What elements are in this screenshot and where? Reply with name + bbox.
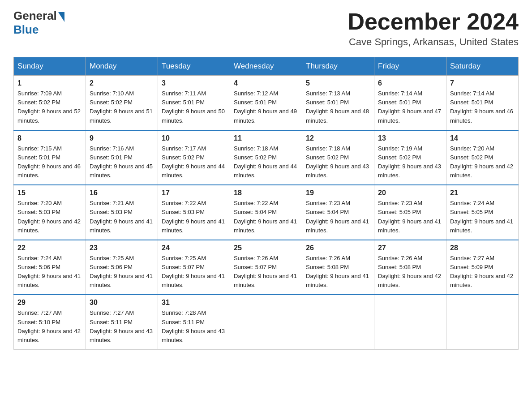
calendar-day-cell: 27 Sunrise: 7:26 AMSunset: 5:08 PMDaylig… (374, 240, 446, 295)
logo-arrow-icon (58, 12, 64, 22)
col-saturday: Saturday (446, 57, 519, 76)
calendar-day-cell: 11 Sunrise: 7:18 AMSunset: 5:02 PMDaylig… (230, 130, 302, 185)
day-number: 18 (234, 189, 298, 197)
day-info: Sunrise: 7:20 AMSunset: 5:02 PMDaylight:… (450, 145, 513, 179)
calendar-day-cell: 30 Sunrise: 7:27 AMSunset: 5:11 PMDaylig… (86, 295, 158, 349)
day-info: Sunrise: 7:22 AMSunset: 5:04 PMDaylight:… (234, 200, 297, 233)
day-number: 13 (378, 134, 442, 142)
col-sunday: Sunday (14, 57, 86, 76)
day-info: Sunrise: 7:18 AMSunset: 5:02 PMDaylight:… (306, 145, 369, 179)
calendar-week-row: 22 Sunrise: 7:24 AMSunset: 5:06 PMDaylig… (14, 240, 519, 295)
day-info: Sunrise: 7:24 AMSunset: 5:05 PMDaylight:… (450, 200, 513, 233)
col-friday: Friday (374, 57, 446, 76)
day-info: Sunrise: 7:27 AMSunset: 5:09 PMDaylight:… (450, 255, 513, 288)
calendar-day-cell: 5 Sunrise: 7:13 AMSunset: 5:01 PMDayligh… (302, 76, 374, 130)
calendar-day-cell: 17 Sunrise: 7:22 AMSunset: 5:03 PMDaylig… (158, 185, 230, 240)
calendar-day-cell: 18 Sunrise: 7:22 AMSunset: 5:04 PMDaylig… (230, 185, 302, 240)
day-number: 4 (234, 79, 298, 87)
day-number: 22 (17, 244, 82, 252)
day-info: Sunrise: 7:22 AMSunset: 5:03 PMDaylight:… (162, 200, 225, 233)
calendar-day-cell: 24 Sunrise: 7:25 AMSunset: 5:07 PMDaylig… (158, 240, 230, 295)
logo: General Blue (13, 9, 64, 37)
calendar-day-cell: 1 Sunrise: 7:09 AMSunset: 5:02 PMDayligh… (14, 76, 86, 130)
day-number: 28 (450, 244, 515, 252)
day-number: 10 (162, 134, 226, 142)
calendar-day-cell: 8 Sunrise: 7:15 AMSunset: 5:01 PMDayligh… (14, 130, 86, 185)
logo-general-text: General (13, 9, 57, 23)
day-info: Sunrise: 7:17 AMSunset: 5:02 PMDaylight:… (162, 145, 225, 179)
calendar-day-cell: 23 Sunrise: 7:25 AMSunset: 5:06 PMDaylig… (86, 240, 158, 295)
day-number: 20 (378, 189, 442, 197)
day-number: 7 (450, 79, 515, 87)
day-number: 8 (17, 134, 82, 142)
day-info: Sunrise: 7:13 AMSunset: 5:01 PMDaylight:… (306, 90, 369, 124)
calendar-week-row: 29 Sunrise: 7:27 AMSunset: 5:10 PMDaylig… (14, 295, 519, 349)
day-info: Sunrise: 7:26 AMSunset: 5:08 PMDaylight:… (378, 255, 441, 288)
day-number: 6 (378, 79, 442, 87)
calendar-day-cell: 16 Sunrise: 7:21 AMSunset: 5:03 PMDaylig… (86, 185, 158, 240)
day-number: 5 (306, 79, 370, 87)
day-number: 12 (306, 134, 370, 142)
day-info: Sunrise: 7:14 AMSunset: 5:01 PMDaylight:… (450, 90, 513, 124)
calendar-day-cell: 19 Sunrise: 7:23 AMSunset: 5:04 PMDaylig… (302, 185, 374, 240)
day-info: Sunrise: 7:27 AMSunset: 5:10 PMDaylight:… (17, 309, 81, 343)
calendar-day-cell: 13 Sunrise: 7:19 AMSunset: 5:02 PMDaylig… (374, 130, 446, 185)
day-number: 21 (450, 189, 515, 197)
day-info: Sunrise: 7:23 AMSunset: 5:04 PMDaylight:… (306, 200, 369, 233)
day-number: 30 (90, 299, 154, 307)
page-header: General Blue December 2024 Cave Springs,… (13, 9, 519, 48)
day-info: Sunrise: 7:10 AMSunset: 5:02 PMDaylight:… (90, 90, 153, 124)
day-number: 9 (90, 134, 154, 142)
day-number: 1 (17, 79, 82, 87)
day-number: 25 (234, 244, 298, 252)
day-number: 17 (162, 189, 226, 197)
day-number: 16 (90, 189, 154, 197)
col-monday: Monday (86, 57, 158, 76)
calendar-table: Sunday Monday Tuesday Wednesday Thursday… (13, 57, 519, 350)
calendar-day-cell: 26 Sunrise: 7:26 AMSunset: 5:08 PMDaylig… (302, 240, 374, 295)
day-info: Sunrise: 7:11 AMSunset: 5:01 PMDaylight:… (162, 90, 225, 124)
calendar-subtitle: Cave Springs, Arkansas, United States (348, 36, 519, 48)
day-info: Sunrise: 7:18 AMSunset: 5:02 PMDaylight:… (234, 145, 297, 179)
day-info: Sunrise: 7:28 AMSunset: 5:11 PMDaylight:… (162, 309, 225, 343)
col-thursday: Thursday (302, 57, 374, 76)
day-number: 19 (306, 189, 370, 197)
day-info: Sunrise: 7:21 AMSunset: 5:03 PMDaylight:… (90, 200, 153, 233)
calendar-day-cell: 15 Sunrise: 7:20 AMSunset: 5:03 PMDaylig… (14, 185, 86, 240)
calendar-week-row: 8 Sunrise: 7:15 AMSunset: 5:01 PMDayligh… (14, 130, 519, 185)
day-number: 27 (378, 244, 442, 252)
title-area: December 2024 Cave Springs, Arkansas, Un… (348, 9, 519, 48)
day-info: Sunrise: 7:26 AMSunset: 5:07 PMDaylight:… (234, 255, 297, 288)
calendar-day-cell: 9 Sunrise: 7:16 AMSunset: 5:01 PMDayligh… (86, 130, 158, 185)
col-wednesday: Wednesday (230, 57, 302, 76)
calendar-day-cell: 10 Sunrise: 7:17 AMSunset: 5:02 PMDaylig… (158, 130, 230, 185)
calendar-day-cell: 12 Sunrise: 7:18 AMSunset: 5:02 PMDaylig… (302, 130, 374, 185)
calendar-day-cell: 6 Sunrise: 7:14 AMSunset: 5:01 PMDayligh… (374, 76, 446, 130)
calendar-week-row: 1 Sunrise: 7:09 AMSunset: 5:02 PMDayligh… (14, 76, 519, 130)
calendar-day-cell: 20 Sunrise: 7:23 AMSunset: 5:05 PMDaylig… (374, 185, 446, 240)
day-number: 11 (234, 134, 298, 142)
calendar-day-cell: 4 Sunrise: 7:12 AMSunset: 5:01 PMDayligh… (230, 76, 302, 130)
day-number: 23 (90, 244, 154, 252)
calendar-day-cell: 2 Sunrise: 7:10 AMSunset: 5:02 PMDayligh… (86, 76, 158, 130)
day-info: Sunrise: 7:27 AMSunset: 5:11 PMDaylight:… (90, 309, 153, 343)
calendar-day-cell (374, 295, 446, 349)
calendar-day-cell: 28 Sunrise: 7:27 AMSunset: 5:09 PMDaylig… (446, 240, 519, 295)
calendar-week-row: 15 Sunrise: 7:20 AMSunset: 5:03 PMDaylig… (14, 185, 519, 240)
day-info: Sunrise: 7:23 AMSunset: 5:05 PMDaylight:… (378, 200, 441, 233)
calendar-day-cell: 21 Sunrise: 7:24 AMSunset: 5:05 PMDaylig… (446, 185, 519, 240)
day-info: Sunrise: 7:15 AMSunset: 5:01 PMDaylight:… (17, 145, 81, 179)
day-info: Sunrise: 7:19 AMSunset: 5:02 PMDaylight:… (378, 145, 441, 179)
calendar-day-cell: 14 Sunrise: 7:20 AMSunset: 5:02 PMDaylig… (446, 130, 519, 185)
calendar-day-cell (230, 295, 302, 349)
day-info: Sunrise: 7:24 AMSunset: 5:06 PMDaylight:… (17, 255, 81, 288)
day-number: 29 (17, 299, 82, 307)
day-info: Sunrise: 7:25 AMSunset: 5:07 PMDaylight:… (162, 255, 225, 288)
day-number: 31 (162, 299, 226, 307)
calendar-title: December 2024 (348, 9, 519, 34)
day-number: 3 (162, 79, 226, 87)
day-info: Sunrise: 7:16 AMSunset: 5:01 PMDaylight:… (90, 145, 153, 179)
day-number: 14 (450, 134, 515, 142)
calendar-day-cell: 29 Sunrise: 7:27 AMSunset: 5:10 PMDaylig… (14, 295, 86, 349)
calendar-day-cell (446, 295, 519, 349)
